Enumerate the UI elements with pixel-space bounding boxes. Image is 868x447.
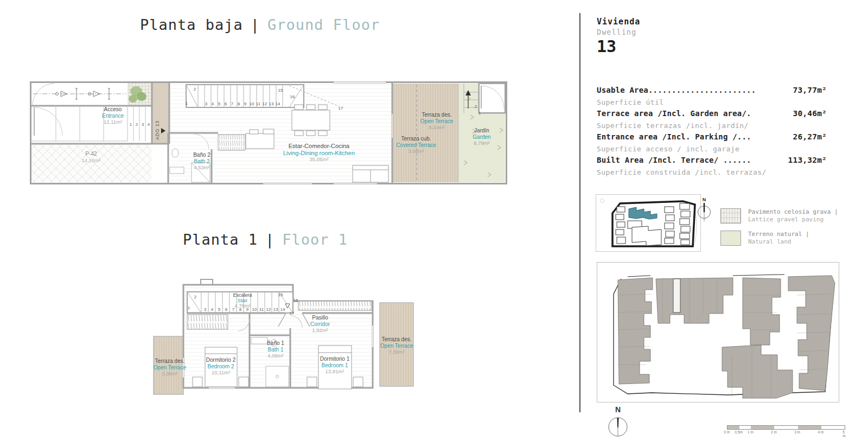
area-unit: m² [817,156,827,164]
dining-table [292,105,330,136]
room-name-es: P-42 [82,151,101,157]
area-label-es: Superficie acceso / incl. garaje [597,143,827,155]
room-area: 12,11m² [102,119,124,125]
step-number: 17 [290,311,295,316]
room-name-en: Living-Dining room-Kitchen [283,150,355,157]
room-label-bedroom2: Dormitorio 2 Bedroom 2 10,11m² [206,357,235,376]
room-area: 3,08m² [396,148,436,155]
step-number: 14 [276,101,280,106]
area-row: Usable Area.......................73,77m… [597,85,827,108]
room-area: 7,39m² [380,349,413,355]
scale-label: 5 m [843,430,845,438]
legend-label-es: Terreno natural | [748,231,809,238]
floorplan-sheet: Planta baja|Ground Floor Planta 1|Floor … [0,0,868,447]
step-number: 10 [250,101,254,106]
room-name-es: Dormitorio 2 [206,357,235,363]
scale-label: 1 m [748,430,754,434]
legend-label-es: Pavimento celosía grava | [748,208,838,216]
step-number: 10 [252,307,257,312]
wardrobe-bedroom2 [187,315,228,329]
step-number: 3 [205,101,207,106]
room-area: 4,08m² [267,353,284,359]
step-number: 11 [256,101,260,106]
scale-label: 0,5m [735,430,742,434]
sofa [353,165,388,182]
area-unit: m² [817,86,827,94]
area-label-en: Built Area /Incl. Terrace/ ...... [597,155,751,167]
step-number: 3 [142,122,144,127]
area-label-es: Superficie útil [597,97,827,108]
room-label-bedroom1: Dormitorio 1 Bedroom 1 13,91m² [320,356,349,375]
room-area: 35,05m² [283,156,355,163]
room-name-en: Covered Terrace [396,142,436,149]
title-separator: | [265,231,275,248]
room-label-stair: Escalera Stair 4,79m² [233,292,252,309]
wardrobe-bedroom1 [298,301,372,310]
room-label-bath1: Baño 1 Bath 1 4,08m² [267,340,284,359]
area-value: 73,77 [793,86,817,94]
area-value: 113,32 [788,156,818,164]
room-label-corridor: Pasillo Corridor 1,92m² [310,315,330,334]
ground-floor-title: Planta baja|Ground Floor [140,16,380,33]
scale-label: 0 m [724,430,730,434]
step-number: 8 [238,101,240,106]
area-row: Terrace area /Incl. Garden area/.30,46m²… [597,108,827,131]
step-number: 9 [244,101,246,106]
area-label-en: Entrance area /Incl. Parking /... [597,131,751,143]
compass-needle [704,203,705,212]
north-compass: N [599,405,637,444]
dwelling-number: 13 [597,37,640,56]
room-area: 4,79m² [233,303,252,309]
ground-floor-plan: Acceso Entrance 12,11m² P-42 14,16m² Bañ… [30,81,507,184]
floor1-title: Planta 1|Floor 1 [183,231,348,248]
dwelling-label-es: Vivienda [597,17,640,27]
room-area: 3,08m² [154,371,186,377]
step-number: 12 [263,101,267,106]
room-label-living: Estar-Comedor-Cocina Living-Dining room-… [283,143,355,163]
step-number: 3 [204,307,206,312]
scale-label: 2 m [771,430,777,434]
step-number: 8 [239,307,241,312]
step-number: 6 [225,101,227,106]
room-label-garden: Jardín Garden 8,79m² [473,127,490,146]
step-number: 16 [290,94,295,99]
area-label-es: Superficie terrazas /incl. jardín/ [597,120,827,132]
step-number: 5 [218,101,220,106]
room-area: 8,14m² [420,124,453,131]
room-name-es: Terraza des. [380,336,413,343]
room-name-es: Baño 2 [193,152,210,158]
room-area: 1,92m² [310,327,330,334]
room-name-es: Jardín [473,127,490,134]
legend: Pavimento celosía grava | Lattice gravel… [720,208,838,253]
north-label: N [615,405,621,414]
site-plan [597,262,839,403]
room-area: 4,53m² [193,164,210,171]
room-name-en: Open Terrace [380,343,413,349]
step-number: 1 [478,111,481,116]
room-name-en: Entrance [102,113,124,119]
room-area: 14,16m² [82,157,101,164]
room-label-open-terrace-right: Terraza des. Open Terrace 7,39m² [380,336,413,355]
scale-bar: 0 m0,5m1 m2 m3 m4 m5 m [727,425,845,435]
step-number: 16 [293,298,298,303]
ground-floor-drawing [30,81,507,184]
step-number: 13 [273,307,278,312]
area-label-es: Superficie construida /incl. terrazas/ [597,167,827,178]
area-unit: m² [817,132,827,141]
compass-needle [617,418,619,427]
room-name-es: Terraza des. [420,112,453,118]
step-number: 14 [280,307,285,312]
step-number: 4 [148,122,150,127]
area-row: Built Area /Incl. Terrace/ ......113,32m… [597,155,827,178]
room-name-en: Bedroom 2 [206,363,235,370]
room-label-open-terrace: Terraza des. Open Terrace 8,14m² [420,112,453,131]
scale-bar-track [727,425,845,430]
mini-site-map-drawing [596,195,700,251]
floor1-plan: Terraza des. Open Terrace 3,08m² Dormito… [149,277,415,396]
step-number: 4 [211,307,213,312]
step-number: 2 [194,87,196,92]
title-separator: | [251,16,260,33]
room-label-parking: P-42 14,16m² [82,151,101,163]
room-name-en: Open Terrace [420,118,453,125]
step-number: 9 [246,307,248,312]
